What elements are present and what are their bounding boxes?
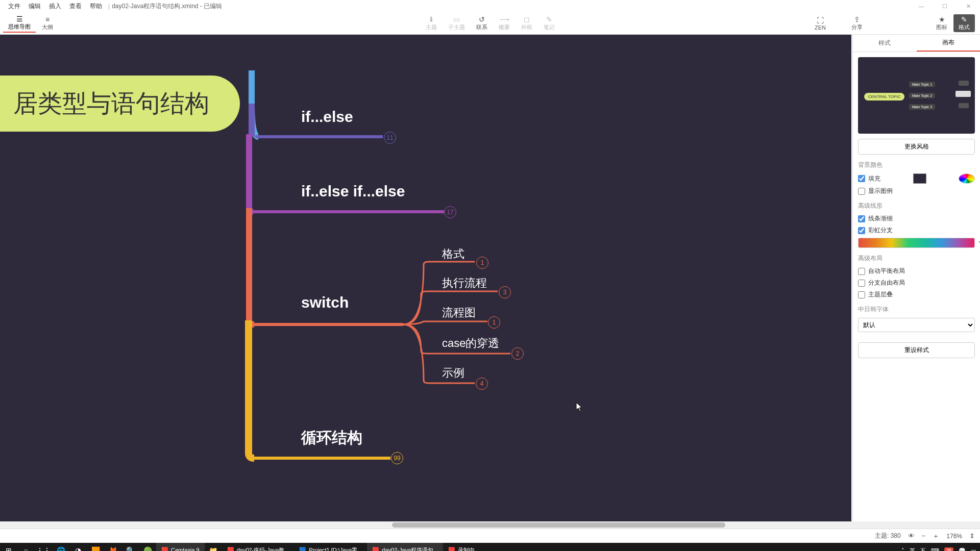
tray-ime[interactable]: 五 [920,547,926,552]
pinned-app[interactable]: ◔ [69,543,87,551]
zoom-stepper-icon[interactable]: ⇕ [969,532,975,540]
menu-bar: 文件 编辑 插入 查看 帮助 | day02-Java程序语句结构.xmind … [0,0,980,12]
count-badge[interactable]: 1 [488,316,500,329]
menu-view[interactable]: 查看 [65,2,86,11]
switch-child[interactable]: 格式 [442,246,464,262]
add-subtopic[interactable]: ▭子主题 [443,14,470,32]
zoom-in-icon[interactable]: ＋ [933,532,939,541]
cjk-font-select[interactable]: 默认 [858,318,975,332]
reset-style-button[interactable]: 重设样式 [858,342,975,358]
change-style-button[interactable]: 更换风格 [858,139,975,155]
taskbar-app[interactable]: 📁 [205,543,222,551]
action-center-icon[interactable]: ▭ [971,547,976,552]
tab-canvas[interactable]: 画布 [917,35,981,52]
switch-child[interactable]: 流程图 [442,305,476,320]
switch-child[interactable]: 示例 [442,365,464,381]
branch-if-elseif[interactable]: if..else if...else [301,183,405,200]
pinned-app[interactable]: 🌐 [52,543,69,551]
taper-checkbox[interactable] [858,215,865,222]
share[interactable]: ⇪分享 [846,14,868,32]
window-minimize[interactable]: — [910,0,933,12]
branch-loop[interactable]: 循环结构 [301,428,362,448]
menu-help[interactable]: 帮助 [86,2,106,11]
add-topic[interactable]: ⬇主题 [421,14,442,32]
section-cjk: 中日韩字体 [858,305,975,314]
taskbar-app[interactable]: 🟥Camtasia 9 [156,543,205,551]
pinned-app[interactable]: 🔍 [121,543,139,551]
branch-lines [0,35,851,521]
count-badge[interactable]: 11 [384,132,396,144]
add-summary[interactable]: ⟶概要 [494,14,515,32]
tray-keyboard-icon[interactable]: ⌨ [931,547,939,552]
zoom-level[interactable]: 176% [946,533,962,540]
pinned-app[interactable]: 🟧 [87,543,104,551]
pinned-app[interactable]: 🟢 [139,543,156,551]
notification-icon[interactable]: 💬 [959,547,966,552]
rainbow-gradient[interactable] [858,238,975,248]
format-panel[interactable]: ✎格式 [953,14,975,32]
auto-balance-checkbox[interactable] [858,268,865,275]
count-badge[interactable]: 3 [499,286,511,298]
tray-lang[interactable]: 英 [910,547,915,552]
theme-preview[interactable]: CENTRAL TOPIC Main Topic 1 Main Topic 2 … [858,57,975,134]
zoom-out-icon[interactable]: − [922,532,926,540]
mindmap-icon: ☰ [16,15,23,23]
taskbar-app[interactable]: 🟥day02-疯码-Java教... [222,543,295,551]
section-layout: 高级布局 [858,254,975,263]
task-view-icon[interactable]: ⋮⋮ [35,543,52,551]
menu-edit[interactable]: 编辑 [24,2,45,11]
taskbar-app[interactable]: 🟥day02-Java程序语句... [367,543,443,551]
rainbow-checkbox[interactable] [858,227,865,234]
free-branch-checkbox[interactable] [858,280,865,287]
add-relationship[interactable]: ↺联系 [471,14,493,32]
view-mindmap[interactable]: ☰ 思维导图 [3,14,36,33]
fill-checkbox[interactable] [858,175,865,182]
branch-switch[interactable]: switch [301,294,349,311]
zen-mode[interactable]: ⛶ZEN [810,14,831,32]
status-bar: 主题: 380 👁 − ＋ 176% ⇕ [0,529,980,543]
side-panel: 样式 画布 CENTRAL TOPIC Main Topic 1 Main To… [852,35,980,521]
outline-icon: ≡ [45,15,50,23]
toolbar: ☰ 思维导图 ≡ 大纲 ⬇主题 ▭子主题 ↺联系 ⟶概要 ◻外框 ✎笔记 ⛶ZE… [0,12,980,35]
canvas[interactable]: 居类型与语句结构 [0,35,851,521]
count-badge[interactable]: 4 [476,378,488,390]
horizontal-scrollbar[interactable] [0,521,980,529]
window-maximize[interactable]: ☐ [933,0,957,12]
section-bg: 背景颜色 [858,161,975,169]
menu-file[interactable]: 文件 [4,2,24,11]
menu-insert[interactable]: 插入 [45,2,65,11]
pinned-app[interactable]: 🦊 [104,543,121,551]
add-note[interactable]: ✎笔记 [538,14,560,32]
count-badge[interactable]: 99 [391,452,403,464]
count-badge[interactable]: 1 [476,257,488,269]
taskbar-app[interactable]: 🟥录制中... [443,543,484,551]
view-outline[interactable]: ≡ 大纲 [37,14,58,33]
eye-icon[interactable]: 👁 [908,532,915,540]
switch-child[interactable]: 执行流程 [442,276,487,291]
legend-checkbox[interactable] [858,188,865,195]
tray-chevron-icon[interactable]: ˄ [901,547,904,552]
cortana-icon[interactable]: ○ [17,543,35,551]
document-title: day02-Java程序语句结构.xmind - 已编辑 [112,2,222,11]
branch-if-else[interactable]: if...else [301,108,353,126]
tab-style[interactable]: 样式 [853,35,917,52]
icons-panel[interactable]: ★图标 [931,14,952,32]
count-badge[interactable]: 17 [444,206,456,218]
start-button[interactable]: ⊞ [0,543,17,551]
taskbar-app[interactable]: 🟦Project1 [D:\Java零... [294,543,367,551]
window-close[interactable]: ✕ [957,0,980,12]
switch-child[interactable]: case的穿透 [442,336,499,351]
bg-color-swatch[interactable] [913,173,926,184]
count-badge[interactable]: 2 [511,347,524,360]
scrollbar-thumb[interactable] [392,522,725,528]
taskbar: ⊞ ○ ⋮⋮ 🌐 ◔ 🟧 🦊 🔍 🟢 🟥Camtasia 9 📁 🟥day02-… [0,543,980,551]
color-picker-icon[interactable] [959,173,975,184]
add-boundary[interactable]: ◻外框 [516,14,537,32]
notification-badge[interactable]: 25 [944,547,953,551]
section-line: 高级线形 [858,202,975,210]
overlap-checkbox[interactable] [858,291,865,298]
